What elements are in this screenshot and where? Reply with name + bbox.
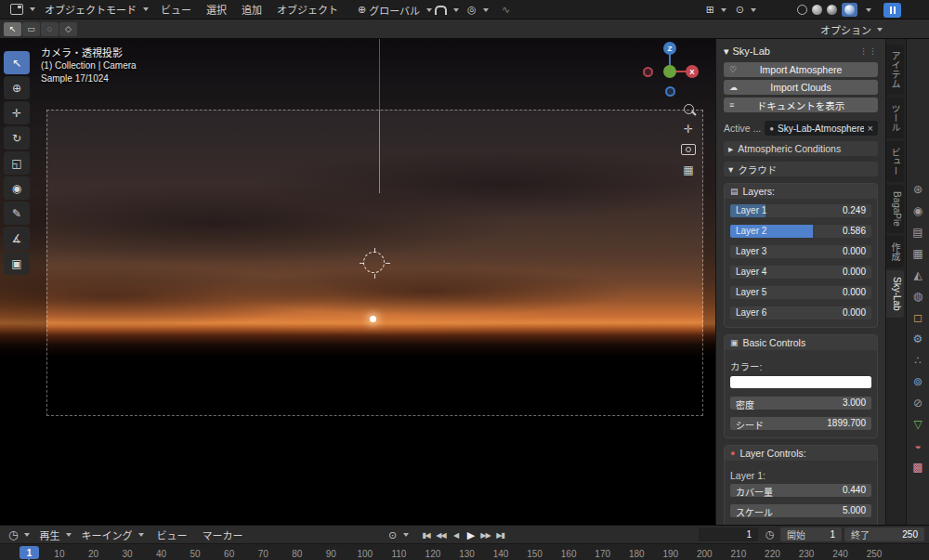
constraints-properties-icon[interactable]: ⊘ xyxy=(913,397,922,410)
annotate-tool-button[interactable]: ✎ xyxy=(4,202,30,225)
layer-3-slider[interactable]: Layer 3 0.000 xyxy=(730,245,871,258)
frame-start-field[interactable]: 開始 1 xyxy=(780,527,842,541)
transform-orientation-dropdown[interactable]: ⊕ グローバル xyxy=(358,0,432,20)
pan-hand-icon[interactable]: ✛ xyxy=(684,124,693,135)
scale-tool-button[interactable]: ◱ xyxy=(4,151,30,175)
panel-header[interactable]: ▾ Sky-Lab ⋮⋮ xyxy=(724,43,878,59)
tab-sky-lab[interactable]: Sky-Lab xyxy=(886,270,904,318)
keying-menu[interactable]: キーイング xyxy=(76,527,149,542)
playback-menu[interactable]: 再生 xyxy=(34,527,76,542)
modifier-properties-icon[interactable]: ⚙ xyxy=(913,333,923,345)
menu-select[interactable]: 選択 xyxy=(199,2,234,17)
tab-create[interactable]: 作成 xyxy=(886,236,904,267)
options-dropdown[interactable]: オプション xyxy=(820,20,883,39)
zoom-icon[interactable] xyxy=(684,104,694,114)
pause-button[interactable] xyxy=(883,0,901,20)
layer-1-slider[interactable]: Layer 1 0.249 xyxy=(730,204,871,217)
import-atmosphere-button[interactable]: ♡ Import Atmosphere xyxy=(724,62,878,77)
measure-tool-button[interactable]: ∡ xyxy=(4,227,30,250)
move-tool-button[interactable]: ✛ xyxy=(4,101,30,124)
transform-tool-button[interactable]: ◉ xyxy=(4,176,30,200)
gizmos-toggle[interactable]: ⊞ xyxy=(706,0,726,20)
current-frame-indicator[interactable]: 1 xyxy=(20,546,39,559)
layer-4-slider[interactable]: Layer 4 0.000 xyxy=(730,266,871,279)
gizmo-minus-x-axis[interactable] xyxy=(643,67,653,77)
jump-to-end-button[interactable]: ▶▮ xyxy=(494,531,506,540)
material-shading-icon[interactable] xyxy=(827,5,837,15)
frame-end-field[interactable]: 終了 250 xyxy=(844,527,924,541)
play-button[interactable]: ▶ xyxy=(464,529,477,541)
import-clouds-button[interactable]: ☁ Import Clouds xyxy=(724,80,878,95)
panel-options-grip-icon[interactable]: ⋮⋮ xyxy=(859,46,878,56)
cursor-tool-button[interactable]: ⊕ xyxy=(4,76,30,99)
rendered-shading-button[interactable] xyxy=(842,3,857,17)
use-preview-range-icon[interactable]: ◷ xyxy=(765,528,775,540)
select-mode-intersect-button[interactable]: ◇ xyxy=(59,22,77,36)
gizmo-x-axis[interactable]: X xyxy=(686,65,699,78)
auto-keying-button[interactable]: ⊙ xyxy=(388,526,409,544)
output-properties-icon[interactable]: ▤ xyxy=(912,227,922,239)
tab-item[interactable]: アイテム xyxy=(886,45,904,95)
3d-viewport[interactable]: カメラ・透視投影 (1) Collection | Camera Sample … xyxy=(0,39,715,525)
seed-slider[interactable]: シード 1899.700 xyxy=(730,417,871,430)
scale-slider[interactable]: スケール 5.000 xyxy=(730,504,871,517)
timeline-ruler[interactable]: 1 11020304050607080901001101201301401501… xyxy=(0,543,929,560)
tool-properties-icon[interactable]: ⊛ xyxy=(913,184,922,196)
select-mode-extend-button[interactable]: ▭ xyxy=(22,22,40,36)
navigation-gizmo[interactable]: Z X xyxy=(641,42,699,99)
gizmo-y-axis[interactable] xyxy=(663,65,676,78)
layer-6-slider[interactable]: Layer 6 0.000 xyxy=(730,306,871,319)
color-swatch[interactable] xyxy=(730,376,871,388)
proportional-editing-toggle[interactable]: ◎ xyxy=(467,0,489,20)
tab-tool[interactable]: ツール xyxy=(886,98,904,138)
overlays-toggle[interactable]: ⊙ xyxy=(736,0,756,20)
object-data-properties-icon[interactable]: ▽ xyxy=(913,419,922,431)
layer-controls-header[interactable]: ● Layer Controls: xyxy=(725,446,877,461)
menu-object[interactable]: オブジェクト xyxy=(269,2,346,17)
physics-properties-icon[interactable]: ⊚ xyxy=(913,376,922,388)
snapping-toggle[interactable] xyxy=(435,0,459,20)
play-reverse-button[interactable]: ◀ xyxy=(450,531,462,540)
menu-view[interactable]: ビュー xyxy=(153,2,199,17)
menu-add[interactable]: 追加 xyxy=(234,2,269,17)
basic-controls-header[interactable]: ▣ Basic Controls xyxy=(725,335,877,350)
gizmo-z-axis[interactable]: Z xyxy=(663,42,676,55)
scene-properties-icon[interactable]: ◭ xyxy=(913,269,922,281)
select-mode-new-button[interactable]: ↖ xyxy=(4,22,21,36)
solid-shading-icon[interactable] xyxy=(812,5,822,15)
show-documentation-button[interactable]: ≡ ドキュメントを表示 xyxy=(724,98,878,112)
unlink-icon[interactable]: × xyxy=(868,123,873,134)
material-properties-icon[interactable]: ◒ xyxy=(914,440,921,452)
wireframe-shading-icon[interactable] xyxy=(797,5,807,15)
camera-view-icon[interactable] xyxy=(681,144,696,155)
gizmo-minus-z-axis[interactable] xyxy=(665,86,675,97)
tab-bagapie[interactable]: BagaPie xyxy=(886,185,904,233)
render-properties-icon[interactable]: ◉ xyxy=(913,205,922,217)
marker-menu[interactable]: マーカー xyxy=(194,527,250,542)
toggle-grid-icon[interactable]: ▦ xyxy=(683,164,693,176)
layer-5-slider[interactable]: Layer 5 0.000 xyxy=(730,286,871,299)
texture-properties-icon[interactable]: ▩ xyxy=(912,462,922,474)
select-mode-subtract-button[interactable]: ◌ xyxy=(41,22,59,36)
atmosphere-datablock-field[interactable]: ● Sky-Lab-Atmosphere × xyxy=(765,121,878,136)
object-properties-icon[interactable]: ◻ xyxy=(913,312,922,324)
layer-2-slider[interactable]: Layer 2 0.586 xyxy=(730,225,871,238)
cloud-section[interactable]: ▾ クラウド xyxy=(724,162,878,176)
timeline-view-menu[interactable]: ビュー xyxy=(149,527,194,542)
editor-type-button[interactable] xyxy=(6,4,40,15)
layers-subpanel-header[interactable]: ▤ Layers: xyxy=(725,184,877,199)
atmospheric-conditions-section[interactable]: ▸ Atmospheric Conditions xyxy=(724,141,878,156)
view-layer-properties-icon[interactable]: ▦ xyxy=(912,248,922,260)
tab-view[interactable]: ビュー xyxy=(886,141,904,182)
select-box-tool-button[interactable]: ↖ xyxy=(4,51,30,74)
world-properties-icon[interactable]: ◍ xyxy=(913,291,922,303)
particles-properties-icon[interactable]: ∴ xyxy=(914,355,922,367)
density-slider[interactable]: 密度 3.000 xyxy=(730,397,871,410)
mode-dropdown[interactable]: オブジェクトモード xyxy=(40,2,153,17)
rotate-tool-button[interactable]: ↻ xyxy=(4,126,30,150)
timeline-editor-type-button[interactable]: ◷ xyxy=(4,528,34,541)
next-keyframe-button[interactable]: ▶▶ xyxy=(479,531,491,540)
add-cube-tool-button[interactable]: ▣ xyxy=(4,252,30,275)
jump-to-start-button[interactable]: ▮◀ xyxy=(420,531,432,540)
coverage-slider[interactable]: カバー量 0.440 xyxy=(730,484,871,497)
